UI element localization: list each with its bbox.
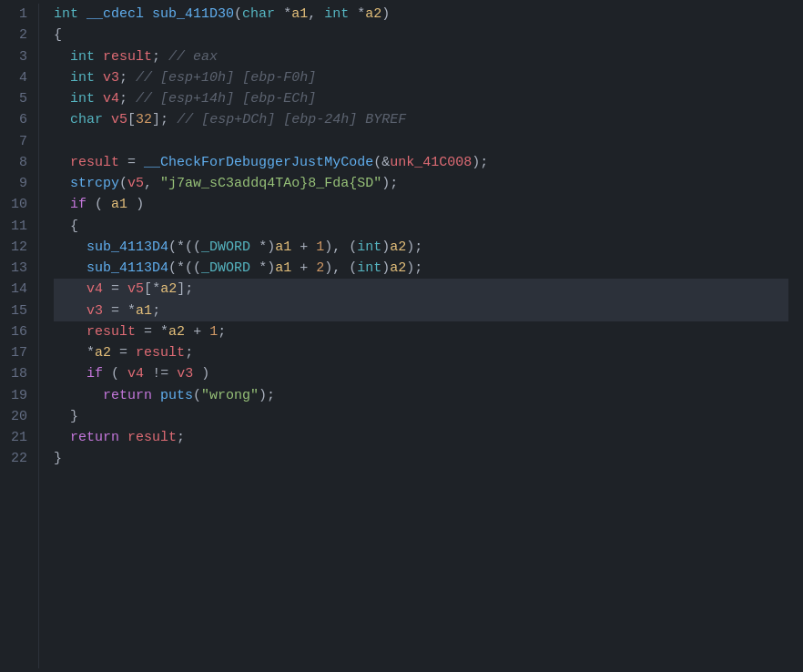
line-num-15: 15 <box>11 300 27 321</box>
line-num-8: 8 <box>11 152 27 173</box>
line-num-12: 12 <box>11 237 27 258</box>
code-content[interactable]: int __cdecl sub_411D30(char *a1, int *a2… <box>39 4 803 668</box>
line-num-9: 9 <box>11 173 27 194</box>
line-num-7: 7 <box>11 131 27 152</box>
code-line-4: int v3; // [esp+10h] [ebp-F0h] <box>54 67 788 88</box>
code-line-2: { <box>54 25 788 46</box>
code-line-20: } <box>54 406 788 427</box>
code-line-8: result = __CheckForDebuggerJustMyCode(&u… <box>54 152 788 173</box>
code-line-16: result = *a2 + 1; <box>54 321 788 342</box>
code-line-19: return puts("wrong"); <box>54 385 788 406</box>
line-num-20: 20 <box>11 406 27 427</box>
code-line-18: if ( v4 != v3 ) <box>54 363 788 384</box>
line-num-17: 17 <box>11 342 27 363</box>
code-editor: 1 2 3 4 5 6 7 8 9 10 11 12 13 14 15 16 1… <box>0 0 803 672</box>
line-num-21: 21 <box>11 427 27 448</box>
line-num-11: 11 <box>11 216 27 237</box>
code-line-11: { <box>54 216 788 237</box>
line-num-22: 22 <box>11 448 27 469</box>
code-line-14: v4 = v5[*a2]; <box>54 279 788 300</box>
line-num-3: 3 <box>11 46 27 67</box>
line-numbers: 1 2 3 4 5 6 7 8 9 10 11 12 13 14 15 16 1… <box>0 4 39 668</box>
line-num-18: 18 <box>11 363 27 384</box>
code-line-3: int result; // eax <box>54 46 788 67</box>
code-line-22: } <box>54 448 788 469</box>
code-line-17: *a2 = result; <box>54 342 788 363</box>
code-line-10: if ( a1 ) <box>54 194 788 215</box>
line-num-2: 2 <box>11 25 27 46</box>
line-num-6: 6 <box>11 109 27 130</box>
code-line-13: sub_4113D4(*((_DWORD *)a1 + 2), (int)a2)… <box>54 258 788 279</box>
line-num-10: 10 <box>11 194 27 215</box>
line-num-4: 4 <box>11 67 27 88</box>
line-num-5: 5 <box>11 88 27 109</box>
line-num-16: 16 <box>11 321 27 342</box>
code-line-21: return result; <box>54 427 788 448</box>
code-line-12: sub_4113D4(*((_DWORD *)a1 + 1), (int)a2)… <box>54 237 788 258</box>
code-line-15: v3 = *a1; <box>54 300 788 321</box>
line-num-19: 19 <box>11 385 27 406</box>
line-num-1: 1 <box>11 4 27 25</box>
code-line-5: int v4; // [esp+14h] [ebp-ECh] <box>54 88 788 109</box>
code-line-6: char v5[32]; // [esp+DCh] [ebp-24h] BYRE… <box>54 109 788 130</box>
code-line-1: int __cdecl sub_411D30(char *a1, int *a2… <box>54 4 788 25</box>
code-line-7 <box>54 131 788 152</box>
line-num-14: 14 <box>11 279 27 300</box>
line-num-13: 13 <box>11 258 27 279</box>
code-line-9: strcpy(v5, "j7aw_sC3addq4TAo}8_Fda{SD"); <box>54 173 788 194</box>
